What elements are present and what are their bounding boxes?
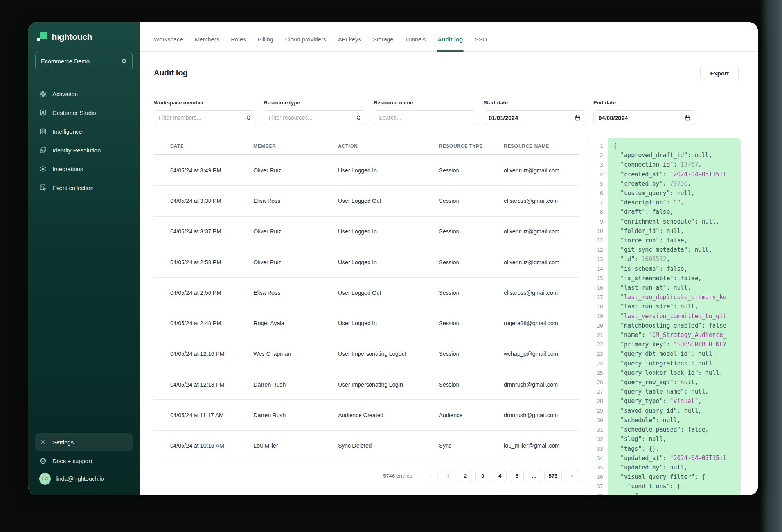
- sidebar-item-customer-studio[interactable]: Customer Studio: [35, 104, 133, 121]
- sidebar-item-activation[interactable]: Activation: [35, 85, 133, 102]
- cell-member: Wes Chapman: [253, 351, 338, 357]
- page-button-2[interactable]: 2: [458, 470, 472, 482]
- export-button[interactable]: Export: [700, 65, 739, 81]
- cell-date: 04/05/24 at 3:38 PM: [170, 198, 253, 204]
- line-number: 19: [587, 312, 603, 321]
- line-number: 36: [587, 472, 603, 482]
- cell-resource-type: Session: [439, 351, 504, 357]
- filter-select[interactable]: Filter members...: [154, 110, 256, 125]
- audit-log-table: DATEMEMBERACTIONRESOURCE TYPERESOURCE NA…: [154, 138, 579, 461]
- code-line: "approved_draft_id": null,: [613, 150, 740, 160]
- table-row[interactable]: 04/05/24 at 2:48 PMRoger AyalaUser Logge…: [154, 308, 579, 339]
- line-number: 31: [587, 425, 603, 434]
- cell-member: Oliver Ruiz: [253, 228, 338, 235]
- table-row[interactable]: 04/05/24 at 12:16 PMWes ChapmanUser Impe…: [154, 339, 579, 369]
- cell-action: User Impersonating Login: [338, 382, 439, 388]
- code-line: "visual_query_filter": {: [613, 472, 740, 482]
- table-row[interactable]: 04/05/24 at 12:13 PMDarren RushUser Impe…: [154, 369, 579, 400]
- user-account[interactable]: LJ linda@hightouch.io: [35, 469, 133, 488]
- next-page-button[interactable]: ›: [565, 470, 579, 482]
- cell-member: Oliver Ruiz: [253, 259, 338, 265]
- filter-select[interactable]: Filter resources...: [264, 110, 366, 125]
- page-ellipsis-button[interactable]: ...: [527, 470, 541, 482]
- tab-billing[interactable]: Billing: [258, 36, 273, 51]
- cell-resource-type: Session: [439, 259, 504, 265]
- cell-member: Roger Ayala: [253, 320, 338, 326]
- nav-item-label: Intelligence: [52, 128, 82, 135]
- main-content: WorkspaceMembersRolesBillingCloud provid…: [140, 22, 758, 495]
- tab-workspace[interactable]: Workspace: [154, 36, 183, 51]
- cell-date: 04/05/24 at 12:13 PM: [170, 382, 253, 388]
- line-number: 21: [587, 330, 603, 340]
- code-line: "slug": null,: [613, 434, 740, 444]
- date-input[interactable]: 04/08/2024: [593, 110, 696, 125]
- integrations-icon: [39, 165, 47, 173]
- table-row[interactable]: 04/05/24 at 11:17 AMDarren RushAudience …: [154, 400, 579, 430]
- page-button-575[interactable]: 575: [544, 470, 562, 482]
- code-line: "is_schema": false,: [613, 264, 740, 274]
- cell-member: Darren Rush: [253, 382, 338, 388]
- table-row[interactable]: 04/05/24 at 2:56 PMElisa RossUser Logged…: [154, 278, 579, 308]
- json-code[interactable]: { "approved_draft_id": null, "connection…: [608, 138, 740, 495]
- cell-date: 04/05/24 at 11:17 AM: [170, 412, 253, 418]
- tab-roles[interactable]: Roles: [231, 36, 246, 51]
- cell-resource-name: elisaross@gmail.com: [504, 290, 579, 296]
- filter-start-date: Start date01/01/2024: [484, 100, 586, 125]
- code-line: "tags": {},: [613, 444, 740, 453]
- column-header-member: MEMBER: [253, 143, 338, 149]
- workspace-selector[interactable]: Ecommerce Demo: [35, 52, 133, 70]
- table-row[interactable]: 04/05/24 at 10:15 AMLou MillerSync Delet…: [154, 431, 579, 461]
- sidebar-item-intelligence[interactable]: Intelligence: [35, 123, 133, 140]
- tab-cloud-providers[interactable]: Cloud providers: [285, 36, 326, 51]
- page-button-4[interactable]: 4: [493, 470, 507, 482]
- cell-resource-type: Session: [439, 290, 504, 296]
- cell-action: User Logged In: [338, 259, 439, 265]
- table-row[interactable]: 04/05/24 at 2:58 PMOliver RuizUser Logge…: [154, 247, 579, 278]
- tab-storage[interactable]: Storage: [373, 36, 394, 51]
- sidebar-item-docs-support[interactable]: Docs + support: [35, 452, 133, 469]
- page-button-3[interactable]: 3: [475, 470, 489, 482]
- line-number: 26: [587, 378, 603, 387]
- sidebar-item-identity-resolution[interactable]: Identity Resolution: [35, 142, 133, 159]
- cell-member: Oliver Ruiz: [253, 167, 338, 174]
- avatar: LJ: [39, 473, 51, 485]
- gear-icon: [39, 438, 47, 446]
- date-input[interactable]: 01/01/2024: [484, 110, 586, 125]
- code-line: "primary_key": "SUBSCRIBER_KEY: [613, 340, 740, 349]
- cell-action: User Logged In: [338, 228, 439, 235]
- cell-date: 04/05/24 at 3:49 PM: [170, 167, 253, 174]
- customer-studio-icon: [39, 109, 47, 116]
- activation-icon: [39, 90, 47, 98]
- cell-date: 04/05/24 at 2:48 PM: [170, 320, 253, 326]
- code-line: "schedule": null,: [613, 416, 740, 425]
- tab-sso[interactable]: SSO: [475, 36, 487, 51]
- search-input[interactable]: Search...: [374, 110, 476, 125]
- sidebar-item-event-collection[interactable]: Event collection: [35, 179, 133, 196]
- logo-wordmark: hightouch: [52, 32, 92, 42]
- column-header-resource-name: RESOURCE NAME: [504, 143, 579, 149]
- filters-row: Workspace memberFilter members...Resourc…: [154, 100, 696, 125]
- tab-audit-log[interactable]: Audit log: [437, 36, 463, 51]
- cell-date: 04/05/24 at 10:15 AM: [170, 442, 253, 449]
- table-row[interactable]: 04/05/24 at 3:38 PMElisa RossUser Logged…: [154, 186, 579, 216]
- table-row[interactable]: 04/05/24 at 3:49 PMOliver RuizUser Logge…: [154, 155, 579, 186]
- cell-action: User Logged In: [338, 167, 439, 174]
- chevron-up-down-icon: [121, 58, 127, 64]
- tab-api-keys[interactable]: API keys: [338, 36, 361, 51]
- page-button-5[interactable]: 5: [510, 470, 524, 482]
- sidebar-item-settings[interactable]: Settings: [35, 433, 133, 451]
- cell-date: 04/05/24 at 2:58 PM: [170, 259, 253, 265]
- user-email: linda@hightouch.io: [56, 476, 104, 482]
- line-number: 20: [587, 321, 603, 330]
- line-number: 23: [587, 349, 603, 358]
- table-row[interactable]: 04/05/24 at 3:37 PMOliver RuizUser Logge…: [154, 217, 579, 247]
- line-number: 4: [587, 170, 603, 179]
- code-line: "git_sync_metadata": null,: [613, 245, 740, 254]
- line-number: 9: [587, 217, 603, 226]
- tab-tunnels[interactable]: Tunnels: [405, 36, 426, 51]
- line-number: 38: [587, 491, 603, 495]
- line-number: 5: [587, 179, 603, 188]
- sidebar-item-integrations[interactable]: Integrations: [35, 160, 133, 177]
- cell-resource-name: lou_miller@gmail.com: [504, 442, 579, 449]
- tab-members[interactable]: Members: [195, 36, 219, 51]
